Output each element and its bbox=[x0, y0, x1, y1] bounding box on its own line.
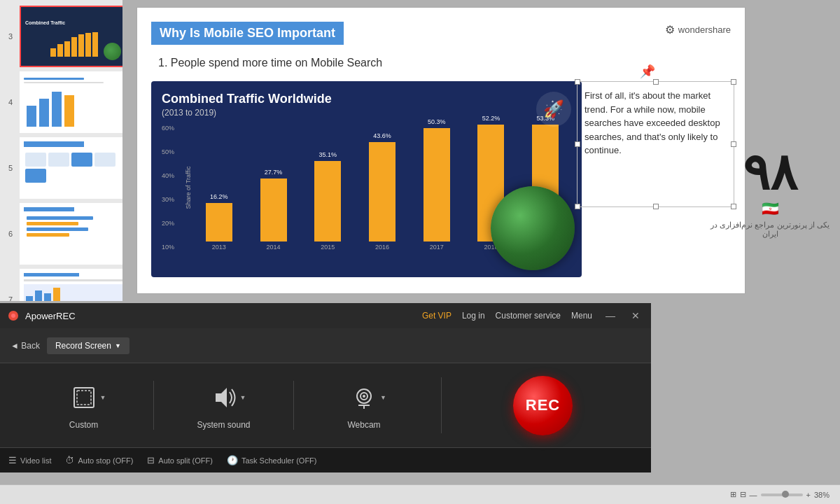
webcam-icon-container: ▼ bbox=[347, 381, 381, 414]
chart-bar: 35.1% bbox=[314, 161, 341, 241]
brand-subtitle: یکی از پرنورترین مراجع نرم‌افزاری در ایر… bbox=[707, 220, 833, 239]
auto-stop-item[interactable]: ⏱ Auto stop (OFF) bbox=[65, 455, 133, 465]
slide-num-5: 5 bbox=[4, 164, 17, 172]
slide-num-7: 7 bbox=[4, 295, 17, 301]
chart-x-label: 2015 bbox=[321, 244, 335, 251]
zoom-plus[interactable]: + bbox=[806, 491, 811, 499]
chart-bar-group: 35.1%2015 bbox=[302, 125, 354, 251]
chart-title: Combined Traffic Worldwide bbox=[162, 92, 571, 106]
chart-container: Combined Traffic Worldwide (2013 to 2019… bbox=[151, 81, 582, 277]
apowerrec-toolbar: ApowerREC Get VIP Log in Customer servic… bbox=[0, 303, 651, 472]
customer-service-link[interactable]: Customer service bbox=[496, 311, 561, 321]
task-scheduler-item[interactable]: 🕐 Task Scheduler (OFF) bbox=[227, 455, 317, 465]
divider bbox=[441, 377, 442, 433]
handle-bl[interactable] bbox=[575, 204, 580, 209]
nav-links: Get VIP Log in Customer service Menu — ✕ bbox=[422, 310, 643, 321]
chart-bar-value-label: 50.3% bbox=[428, 118, 446, 125]
slide-thumbnail-5[interactable] bbox=[20, 137, 122, 199]
chart-y-axis: 60% 50% 40% 30% 20% 10% bbox=[162, 125, 178, 251]
slide-thumbnail-7[interactable] bbox=[20, 269, 122, 301]
dropdown-arrow-icon: ▼ bbox=[115, 342, 121, 349]
webcam-icon bbox=[349, 382, 379, 413]
main-slide: Why Is Mobile SEO Important ⚙ wondershar… bbox=[136, 7, 746, 294]
chart-bar: 27.7% bbox=[260, 178, 287, 241]
system-sound-icon-group[interactable]: ▼ System sound bbox=[154, 381, 294, 430]
slide-thumb-wrapper-7: 7 bbox=[4, 269, 118, 301]
chart-bar-group: 16.2%2013 bbox=[193, 125, 245, 251]
webcam-dropdown-icon: ▼ bbox=[380, 394, 386, 401]
slide-thumb-wrapper-6: 6 bbox=[4, 203, 118, 265]
record-screen-button[interactable]: Record Screen ▼ bbox=[47, 337, 130, 354]
brand-flag: 🇮🇷 bbox=[762, 200, 779, 217]
slide-thumb-wrapper-3: 3 Combined Traffic bbox=[4, 6, 118, 67]
presentation-statusbar: ⊞ ⊟ — + 38% bbox=[0, 484, 840, 504]
webcam-label: Webcam bbox=[347, 420, 380, 430]
globe-image bbox=[491, 186, 575, 270]
status-zoom: ⊞ ⊟ — + 38% bbox=[730, 490, 830, 499]
zoom-level: 38% bbox=[814, 491, 830, 499]
auto-stop-icon: ⏱ bbox=[65, 455, 74, 465]
chart-bar-value-label: 43.6% bbox=[373, 132, 391, 139]
custom-dropdown-icon: ▼ bbox=[100, 394, 106, 401]
video-list-icon: ☰ bbox=[8, 455, 17, 465]
slide-thumbnail-3[interactable]: Combined Traffic bbox=[20, 6, 122, 67]
chart-bar: 43.6% bbox=[369, 142, 396, 241]
app-name: ApowerREC bbox=[25, 311, 415, 321]
fit-icon: ⊟ bbox=[740, 490, 746, 499]
slide-thumbnail-4[interactable] bbox=[20, 71, 122, 133]
svg-rect-1 bbox=[77, 391, 91, 405]
system-sound-dropdown-icon: ▼ bbox=[240, 394, 246, 401]
close-button[interactable]: ✕ bbox=[629, 310, 643, 321]
chart-bar-group: 43.6%2016 bbox=[356, 125, 408, 251]
right-brand-area: ۹۸ 🇮🇷 یکی از پرنورترین مراجع نرم‌افزاری … bbox=[707, 7, 833, 378]
chart-bar-value-label: 27.7% bbox=[265, 169, 283, 176]
svg-point-5 bbox=[363, 395, 365, 398]
apowerrec-titlebar: ApowerREC Get VIP Log in Customer servic… bbox=[0, 303, 651, 328]
chart-x-label: 2013 bbox=[212, 244, 226, 251]
minimize-button[interactable]: — bbox=[603, 310, 618, 321]
chart-y-title: Share of Traffic bbox=[185, 167, 192, 209]
slide-thumb-wrapper-5: 5 bbox=[4, 137, 118, 199]
apowerrec-statusbar: ☰ Video list ⏱ Auto stop (OFF) ⊟ Auto sp… bbox=[0, 447, 651, 472]
chart-bar-value-label: 52.2% bbox=[482, 115, 500, 122]
system-sound-label: System sound bbox=[197, 420, 250, 430]
custom-icon-group[interactable]: ▼ Custom bbox=[14, 381, 154, 430]
handle-b[interactable] bbox=[653, 204, 659, 209]
handle-tl[interactable] bbox=[575, 79, 580, 85]
system-sound-icon bbox=[209, 382, 239, 413]
apowerrec-icons-area: ▼ Custom ▼ System sound bbox=[0, 363, 651, 447]
slide-thumbnail-6[interactable] bbox=[20, 203, 122, 265]
auto-split-icon: ⊟ bbox=[147, 455, 155, 465]
webcam-icon-group[interactable]: ▼ Webcam bbox=[294, 381, 434, 430]
zoom-thumb bbox=[782, 491, 789, 498]
presentation-area: 3 Combined Traffic bbox=[0, 0, 840, 504]
slide-num-3: 3 bbox=[4, 32, 17, 41]
rec-button[interactable]: REC bbox=[513, 376, 573, 435]
auto-split-item[interactable]: ⊟ Auto split (OFF) bbox=[147, 455, 213, 465]
get-vip-link[interactable]: Get VIP bbox=[422, 311, 451, 321]
slide-num-4: 4 bbox=[4, 98, 17, 106]
custom-icon bbox=[69, 382, 99, 413]
video-list-item[interactable]: ☰ Video list bbox=[8, 455, 51, 465]
custom-icon-container: ▼ bbox=[67, 381, 101, 414]
slide-thumb-wrapper-4: 4 bbox=[4, 71, 118, 133]
back-button[interactable]: ◄ Back bbox=[10, 341, 40, 351]
rocket-icon: 🚀 bbox=[536, 92, 571, 127]
zoom-minus[interactable]: — bbox=[750, 491, 757, 499]
chart-bar-group: 27.7%2014 bbox=[248, 125, 300, 251]
apowerrec-controls: ◄ Back Record Screen ▼ bbox=[0, 328, 651, 363]
slide-num-6: 6 bbox=[4, 230, 17, 238]
zoom-slider[interactable] bbox=[761, 493, 803, 496]
slide-subtitle: 1. People spend more time on Mobile Sear… bbox=[158, 57, 382, 69]
chart-bar-value-label: 16.2% bbox=[210, 193, 228, 200]
handle-ml[interactable] bbox=[575, 141, 580, 147]
chart-x-label: 2014 bbox=[267, 244, 281, 251]
log-in-link[interactable]: Log in bbox=[462, 311, 485, 321]
slide-panel: 3 Combined Traffic bbox=[0, 0, 122, 301]
menu-link[interactable]: Menu bbox=[571, 311, 592, 321]
svg-marker-2 bbox=[216, 388, 227, 407]
grid-icon: ⊞ bbox=[730, 490, 736, 499]
rec-button-area: REC bbox=[449, 376, 637, 435]
task-scheduler-icon: 🕐 bbox=[227, 455, 238, 465]
handle-t[interactable] bbox=[653, 79, 659, 85]
